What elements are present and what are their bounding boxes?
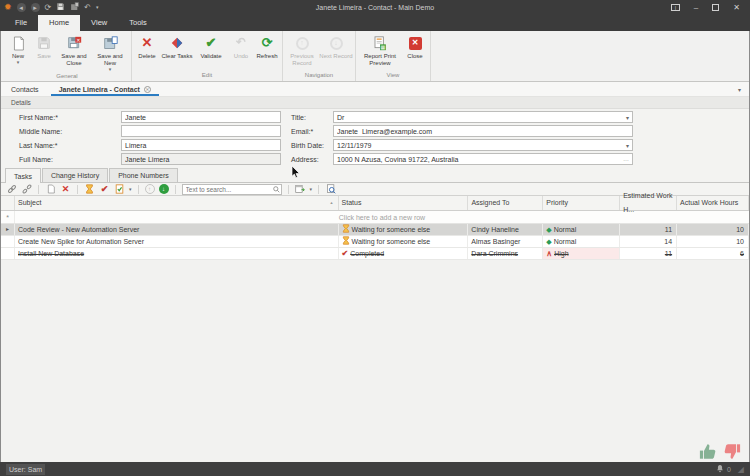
print-preview-icon[interactable] [325,184,336,195]
birth-date-picker[interactable]: 12/11/1979 ▾ [333,139,633,151]
details-caption: Details [1,97,749,109]
next-record-icon: ↓ [330,34,343,52]
save-new-icon [103,34,118,52]
grid-header-priority[interactable]: Priority [543,196,620,210]
save-close-icon: ✕ [67,34,82,52]
toolbar-separator [138,185,139,194]
clear-tasks-button[interactable]: Clear Tasks [160,33,194,70]
ribbon-tab-tools[interactable]: Tools [118,15,158,31]
chevron-down-icon[interactable]: ▾ [129,186,132,192]
new-button[interactable]: New ▾ [5,33,31,71]
address-field[interactable]: 1000 N Azusa, Covina 91722, Australia … [333,153,633,165]
toolbar-separator [38,185,39,194]
ribbon-tab-file[interactable]: File [4,15,38,31]
search-input[interactable] [182,184,282,195]
hourglass-status-icon [342,224,350,235]
svg-text:▦: ▦ [381,44,386,50]
postpone-hourglass-icon[interactable] [84,184,95,195]
mark-completed-icon[interactable]: ✔ [99,184,110,195]
previous-record-button[interactable]: ↑ Previous Record [285,33,319,70]
forward-icon[interactable]: ▸ [31,3,40,12]
thumbs-up-icon[interactable] [699,443,717,464]
undo-icon[interactable]: ↶ [84,4,91,12]
current-row-marker-icon: ▸ [1,224,15,235]
tab-tasks[interactable]: Tasks [5,168,41,183]
last-name-label: Last Name:* [19,142,58,149]
priority-high-icon: ∧ [546,248,552,259]
save-and-new-icon[interactable] [70,2,79,13]
grid-header-row: Subject ▲ Status Assigned To Priority Es… [1,196,749,211]
undo-button[interactable]: ↶ Undo [228,33,254,70]
restore-icon[interactable] [712,4,719,11]
report-print-preview-button[interactable]: ▦ Report Print Preview [358,33,402,70]
toolbar-separator [77,185,78,194]
back-icon[interactable]: ◂ [17,3,26,12]
refresh-button[interactable]: ⟳ Refresh [254,33,280,70]
report-print-preview-icon: ▦ [373,34,387,52]
doc-tab-contact-detail[interactable]: Janete Limeira - Contact ✕ [49,82,161,96]
middle-name-label: Middle Name: [19,128,62,135]
ribbon-tab-view[interactable]: View [80,15,118,31]
first-name-field[interactable] [121,111,281,123]
export-icon[interactable] [295,184,306,195]
save-icon[interactable] [56,2,65,13]
close-window-icon[interactable]: ✕ [733,3,740,12]
tab-change-history[interactable]: Change History [42,168,108,182]
validate-icon: ✔ [206,34,217,52]
next-record-button[interactable]: ↓ Next Record [319,33,353,70]
previous-record-icon: ↑ [296,34,309,52]
unlink-icon[interactable] [21,184,32,195]
grid-header-actual[interactable]: Actual Work Hours [677,196,749,210]
group-label-navigation: Navigation [285,70,353,81]
ribbon-group-navigation: ↑ Previous Record ↓ Next Record Navigati… [283,31,356,81]
title-dropdown[interactable]: Dr ▾ [333,111,633,123]
ribbon-tab-home[interactable]: Home [38,15,80,31]
save-and-new-button[interactable]: Save and New ▾ [91,33,129,71]
grid-new-row[interactable]: * Click here to add a new row [1,211,749,224]
bell-icon[interactable] [716,464,724,474]
resize-grip-icon[interactable]: ◢ [738,465,744,474]
grid-header-estimated[interactable]: Estimated Work H... [620,196,677,210]
chevron-down-icon[interactable]: ▾ [310,186,313,192]
qat-customize-icon[interactable]: ▾ [96,5,99,10]
delete-task-icon[interactable]: ✕ [60,184,71,195]
move-down-icon[interactable]: ↓ [159,184,169,194]
task-row-2[interactable]: Create New Spike for Automation Server W… [1,236,749,248]
close-view-icon: ✕ [409,34,422,52]
document-tab-strip: Contacts Janete Limeira - Contact ✕ ▾ [1,82,749,97]
tab-phone-numbers[interactable]: Phone Numbers [109,168,178,182]
save-button[interactable]: Save [31,33,57,71]
grid-header-subject[interactable]: Subject ▲ [15,196,339,210]
task-status-icon[interactable] [114,184,125,195]
chevron-down-icon: ▾ [626,142,629,149]
close-tab-icon[interactable]: ✕ [144,86,151,93]
ribbon-display-options-icon[interactable]: | [671,4,680,11]
thumbs-down-icon[interactable] [723,443,741,464]
ribbon-group-view: ▦ Report Print Preview ✕ Close View [356,31,431,81]
chevron-down-icon: ▾ [626,114,629,121]
tab-list-dropdown-icon[interactable]: ▾ [738,82,749,96]
svg-text:✕: ✕ [76,36,80,42]
delete-button[interactable]: ✕ Delete [134,33,160,70]
window-title: Janete Limeira - Contact - Main Demo [0,4,750,11]
new-task-icon[interactable] [45,184,56,195]
minimize-icon[interactable]: – [694,3,698,12]
refresh-icon[interactable]: ⟳ [45,4,52,12]
title-label: Title: [291,114,306,121]
link-icon[interactable] [6,184,17,195]
user-value: Sam [28,464,42,475]
task-row-1[interactable]: ▸ Code Review - New Automation Server Wa… [1,224,749,236]
validate-button[interactable]: ✔ Validate [194,33,228,70]
grid-header-assigned-to[interactable]: Assigned To [468,196,543,210]
undo-icon: ↶ [236,34,246,52]
ellipsis-button[interactable]: … [623,156,629,162]
email-field[interactable] [333,125,633,137]
middle-name-field[interactable] [121,125,281,137]
doc-tab-contacts[interactable]: Contacts [1,82,49,96]
grid-header-status[interactable]: Status [339,196,469,210]
move-up-icon[interactable]: ↑ [145,184,155,194]
task-row-3[interactable]: Install New Database ✔ Completed Dara Cr… [1,248,749,260]
save-and-close-button[interactable]: ✕ Save and Close [57,33,91,71]
last-name-field[interactable] [121,139,281,151]
close-view-button[interactable]: ✕ Close [402,33,428,70]
